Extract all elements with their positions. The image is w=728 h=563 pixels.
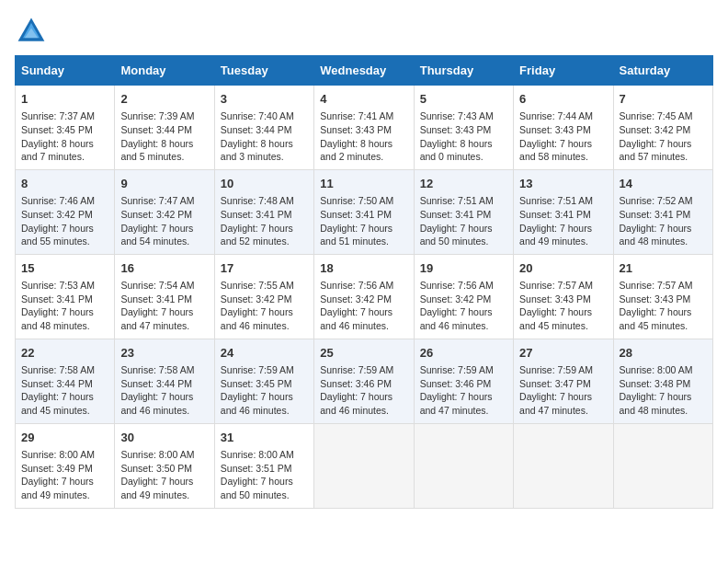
column-header-wednesday: Wednesday: [314, 56, 414, 86]
day-number: 20: [519, 260, 607, 277]
calendar-cell: [314, 423, 414, 508]
sunset-text: Sunset: 3:42 PM: [320, 293, 392, 304]
day-number: 28: [620, 345, 707, 362]
sunrise-text: Sunrise: 7:57 AM: [519, 280, 593, 291]
sunset-text: Sunset: 3:51 PM: [221, 463, 292, 474]
column-header-sunday: Sunday: [16, 56, 115, 86]
calendar-cell: 14Sunrise: 7:52 AMSunset: 3:41 PMDayligh…: [613, 169, 712, 254]
daylight-text: Daylight: 7 hours and 48 minutes.: [21, 306, 94, 331]
sunrise-text: Sunrise: 7:52 AM: [620, 195, 693, 206]
sunrise-text: Sunrise: 7:53 AM: [21, 280, 95, 291]
daylight-text: Daylight: 7 hours and 47 minutes.: [420, 391, 493, 416]
calendar-cell: 20Sunrise: 7:57 AMSunset: 3:43 PMDayligh…: [514, 254, 613, 339]
daylight-text: Daylight: 7 hours and 57 minutes.: [620, 138, 692, 163]
daylight-text: Daylight: 7 hours and 49 minutes.: [519, 223, 592, 247]
calendar-cell: 7Sunrise: 7:45 AMSunset: 3:42 PMDaylight…: [613, 86, 712, 170]
daylight-text: Daylight: 7 hours and 49 minutes.: [120, 476, 193, 500]
day-number: 6: [519, 91, 607, 108]
sunset-text: Sunset: 3:41 PM: [620, 209, 691, 220]
sunset-text: Sunset: 3:47 PM: [519, 378, 591, 389]
sunset-text: Sunset: 3:46 PM: [420, 378, 492, 389]
logo-icon: [15, 15, 48, 48]
calendar-cell: 5Sunrise: 7:43 AMSunset: 3:43 PMDaylight…: [414, 86, 513, 170]
daylight-text: Daylight: 7 hours and 47 minutes.: [120, 306, 193, 331]
calendar-cell: 27Sunrise: 7:59 AMSunset: 3:47 PMDayligh…: [514, 339, 613, 423]
daylight-text: Daylight: 7 hours and 51 minutes.: [320, 223, 392, 247]
column-header-friday: Friday: [514, 56, 613, 86]
daylight-text: Daylight: 7 hours and 45 minutes.: [620, 306, 692, 331]
calendar-cell: 30Sunrise: 8:00 AMSunset: 3:50 PMDayligh…: [115, 423, 214, 508]
sunset-text: Sunset: 3:43 PM: [420, 124, 492, 135]
sunrise-text: Sunrise: 7:58 AM: [21, 364, 95, 375]
calendar-cell: 11Sunrise: 7:50 AMSunset: 3:41 PMDayligh…: [314, 169, 414, 254]
calendar-cell: 31Sunrise: 8:00 AMSunset: 3:51 PMDayligh…: [214, 423, 313, 508]
daylight-text: Daylight: 7 hours and 46 minutes.: [320, 391, 392, 416]
day-number: 11: [320, 176, 407, 192]
daylight-text: Daylight: 7 hours and 49 minutes.: [21, 476, 94, 500]
sunrise-text: Sunrise: 7:48 AM: [221, 195, 294, 206]
day-number: 31: [221, 430, 308, 446]
sunrise-text: Sunrise: 7:58 AM: [120, 364, 194, 375]
sunset-text: Sunset: 3:41 PM: [120, 293, 192, 304]
sunrise-text: Sunrise: 7:57 AM: [620, 280, 693, 291]
sunrise-text: Sunrise: 7:56 AM: [320, 280, 393, 291]
calendar-week-4: 22Sunrise: 7:58 AMSunset: 3:44 PMDayligh…: [16, 339, 713, 423]
day-number: 25: [320, 345, 407, 362]
daylight-text: Daylight: 7 hours and 45 minutes.: [519, 306, 592, 331]
sunrise-text: Sunrise: 7:56 AM: [420, 280, 494, 291]
sunset-text: Sunset: 3:41 PM: [519, 209, 591, 220]
daylight-text: Daylight: 7 hours and 45 minutes.: [21, 391, 94, 416]
calendar-cell: 25Sunrise: 7:59 AMSunset: 3:46 PMDayligh…: [314, 339, 414, 423]
calendar-week-3: 15Sunrise: 7:53 AMSunset: 3:41 PMDayligh…: [16, 254, 713, 339]
daylight-text: Daylight: 7 hours and 52 minutes.: [221, 223, 293, 247]
sunrise-text: Sunrise: 7:54 AM: [120, 280, 194, 291]
sunrise-text: Sunrise: 7:51 AM: [420, 195, 494, 206]
calendar-cell: 3Sunrise: 7:40 AMSunset: 3:44 PMDaylight…: [214, 86, 313, 170]
daylight-text: Daylight: 7 hours and 54 minutes.: [120, 223, 193, 247]
day-number: 29: [21, 430, 108, 446]
calendar-cell: 15Sunrise: 7:53 AMSunset: 3:41 PMDayligh…: [16, 254, 115, 339]
page-header: [15, 15, 713, 48]
sunset-text: Sunset: 3:43 PM: [519, 293, 591, 304]
daylight-text: Daylight: 7 hours and 48 minutes.: [620, 223, 692, 247]
sunset-text: Sunset: 3:42 PM: [620, 124, 691, 135]
sunrise-text: Sunrise: 7:37 AM: [21, 110, 95, 121]
day-number: 12: [420, 176, 507, 192]
calendar-cell: 8Sunrise: 7:46 AMSunset: 3:42 PMDaylight…: [16, 169, 115, 254]
daylight-text: Daylight: 7 hours and 46 minutes.: [221, 306, 293, 331]
daylight-text: Daylight: 7 hours and 46 minutes.: [420, 306, 493, 331]
sunrise-text: Sunrise: 7:55 AM: [221, 280, 294, 291]
column-header-monday: Monday: [115, 56, 214, 86]
calendar-header: SundayMondayTuesdayWednesdayThursdayFrid…: [16, 56, 713, 86]
day-number: 23: [120, 345, 208, 362]
calendar-cell: 4Sunrise: 7:41 AMSunset: 3:43 PMDaylight…: [314, 86, 414, 170]
daylight-text: Daylight: 7 hours and 58 minutes.: [519, 138, 592, 163]
sunset-text: Sunset: 3:44 PM: [221, 124, 292, 135]
daylight-text: Daylight: 7 hours and 50 minutes.: [420, 223, 493, 247]
logo: [15, 15, 51, 48]
sunrise-text: Sunrise: 7:45 AM: [620, 110, 693, 121]
sunset-text: Sunset: 3:43 PM: [620, 293, 691, 304]
sunset-text: Sunset: 3:43 PM: [519, 124, 591, 135]
calendar-cell: 13Sunrise: 7:51 AMSunset: 3:41 PMDayligh…: [514, 169, 613, 254]
sunrise-text: Sunrise: 8:00 AM: [120, 449, 194, 460]
day-number: 5: [420, 91, 507, 108]
sunset-text: Sunset: 3:44 PM: [120, 378, 192, 389]
sunset-text: Sunset: 3:41 PM: [221, 209, 292, 220]
sunrise-text: Sunrise: 7:59 AM: [519, 364, 593, 375]
calendar-cell: 9Sunrise: 7:47 AMSunset: 3:42 PMDaylight…: [115, 169, 214, 254]
calendar-cell: 6Sunrise: 7:44 AMSunset: 3:43 PMDaylight…: [514, 86, 613, 170]
day-number: 17: [221, 260, 308, 277]
sunset-text: Sunset: 3:41 PM: [320, 209, 392, 220]
day-number: 22: [21, 345, 108, 362]
day-number: 13: [519, 176, 607, 192]
sunrise-text: Sunrise: 7:41 AM: [320, 110, 393, 121]
sunset-text: Sunset: 3:44 PM: [120, 124, 192, 135]
calendar-cell: 16Sunrise: 7:54 AMSunset: 3:41 PMDayligh…: [115, 254, 214, 339]
daylight-text: Daylight: 7 hours and 48 minutes.: [620, 391, 692, 416]
calendar-cell: 23Sunrise: 7:58 AMSunset: 3:44 PMDayligh…: [115, 339, 214, 423]
sunset-text: Sunset: 3:41 PM: [420, 209, 492, 220]
calendar-cell: 24Sunrise: 7:59 AMSunset: 3:45 PMDayligh…: [214, 339, 313, 423]
daylight-text: Daylight: 8 hours and 3 minutes.: [221, 138, 293, 163]
daylight-text: Daylight: 8 hours and 2 minutes.: [320, 138, 392, 163]
